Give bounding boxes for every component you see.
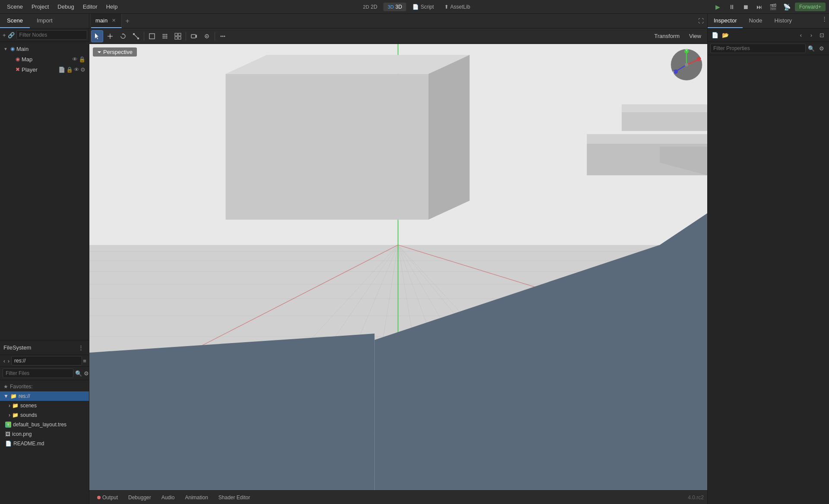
player-options-icon[interactable]: ⚙ xyxy=(80,66,85,73)
stop-button[interactable]: ⏹ xyxy=(740,2,752,12)
perspective-dropdown-icon xyxy=(97,50,101,54)
fs-filter-input[interactable] xyxy=(3,369,73,378)
inspector-object-button[interactable]: ⊡ xyxy=(817,30,826,40)
fs-item-scenes[interactable]: › 📁 scenes xyxy=(0,401,89,410)
pause-button[interactable]: ⏸ xyxy=(726,2,738,12)
fs-path-input[interactable] xyxy=(11,356,82,365)
inspector-toolbar: 📄 📂 ‹ › ⊡ xyxy=(708,28,829,42)
fs-back-button[interactable]: ‹ xyxy=(3,356,6,365)
svg-text:2D: 2D xyxy=(363,4,369,9)
remote-button[interactable]: 📡 xyxy=(781,2,793,12)
step-button[interactable]: ⏭ xyxy=(753,2,766,12)
add-node-button[interactable]: + xyxy=(3,30,6,40)
scene-import-tabs: Scene Import xyxy=(0,14,89,28)
tree-item-map[interactable]: ◉ Map 👁 🔒 xyxy=(0,54,89,64)
player-lock-icon[interactable]: 🔒 xyxy=(66,66,73,73)
filter-properties-search-icon[interactable]: 🔍 xyxy=(807,44,816,53)
main-node-label: Main xyxy=(16,46,85,52)
tab-scene[interactable]: Scene xyxy=(0,14,30,28)
bottom-tab-audio[interactable]: Audio xyxy=(157,493,179,502)
preview-icon xyxy=(203,33,210,40)
inspector-new-button[interactable]: 📄 xyxy=(710,30,720,40)
player-script-icon[interactable]: 📄 xyxy=(58,66,65,73)
script-button[interactable]: 📄 Script xyxy=(408,3,438,11)
transform-button[interactable]: Transform xyxy=(650,31,684,41)
more-options-button[interactable] xyxy=(217,30,229,42)
rotate-mode-button[interactable] xyxy=(117,30,129,42)
viewport-3d[interactable]: Perspective Y X Z xyxy=(89,44,707,490)
svg-point-14 xyxy=(165,34,166,35)
inspector-nav-forward[interactable]: › xyxy=(807,30,816,40)
view-button[interactable]: View xyxy=(685,31,706,41)
filter-nodes-input[interactable] xyxy=(16,30,87,40)
camera-override-button[interactable] xyxy=(188,30,200,42)
menu-scene[interactable]: Scene xyxy=(3,2,26,12)
svg-text:X: X xyxy=(700,57,703,61)
assetlib-button[interactable]: ⬆ AssetLib xyxy=(440,3,475,11)
menu-editor[interactable]: Editor xyxy=(79,2,101,12)
tree-item-main[interactable]: ▼ ◉ Main xyxy=(0,44,89,54)
mode-2d-button[interactable]: 2D 2D xyxy=(358,3,381,11)
svg-marker-63 xyxy=(587,134,707,144)
filter-properties-options[interactable]: ⚙ xyxy=(817,44,826,53)
link-node-button[interactable]: 🔗 xyxy=(8,30,15,40)
forward-plus-button[interactable]: Forward+ xyxy=(795,3,826,11)
grid-button[interactable] xyxy=(172,30,184,42)
bottom-tab-debugger[interactable]: Debugger xyxy=(124,493,155,502)
fs-item-res[interactable]: ▼ 📁 res:// xyxy=(0,391,89,401)
svg-rect-23 xyxy=(178,33,181,36)
perspective-label[interactable]: Perspective xyxy=(93,47,137,57)
bottom-tab-shader-editor[interactable]: Shader Editor xyxy=(214,493,254,502)
inspector-open-button[interactable]: 📂 xyxy=(721,30,730,40)
inspector-nav-back[interactable]: ‹ xyxy=(796,30,806,40)
filesystem-options-button[interactable]: ⋮ xyxy=(76,343,85,353)
fs-filter-search-icon[interactable]: 🔍 xyxy=(75,369,82,378)
menu-project[interactable]: Project xyxy=(28,2,52,12)
menu-help[interactable]: Help xyxy=(103,2,121,12)
fs-item-readme[interactable]: 📄 README.md xyxy=(0,439,89,448)
fs-folder-icon-scenes: 📁 xyxy=(12,403,19,409)
editor-expand-button[interactable]: ⛶ xyxy=(696,16,706,26)
tab-inspector[interactable]: Inspector xyxy=(708,14,743,28)
player-visibility-icon[interactable]: 👁 xyxy=(74,66,79,73)
svg-point-20 xyxy=(165,37,166,38)
scale-mode-button[interactable] xyxy=(130,30,142,42)
fs-forward-button[interactable]: › xyxy=(7,356,10,365)
menu-debug[interactable]: Debug xyxy=(54,2,77,12)
map-lock-icon[interactable]: 🔒 xyxy=(79,56,85,63)
bottom-tab-animation[interactable]: Animation xyxy=(180,493,212,502)
move-mode-button[interactable] xyxy=(104,30,116,42)
tab-import[interactable]: Import xyxy=(30,14,60,28)
filesystem-tree: ★ Favorites: ▼ 📁 res:// › 📁 scenes › 📁 s… xyxy=(0,380,89,504)
local-space-button[interactable] xyxy=(146,30,158,42)
fs-view-button[interactable]: ≡ xyxy=(83,356,86,365)
tab-node[interactable]: Node xyxy=(743,14,768,28)
main-layout: Scene Import + 🔗 🔍 ⋮ ▼ ◉ Main ◉ Map 👁 xyxy=(0,14,829,504)
editor-tab-close-main[interactable]: ✕ xyxy=(110,17,117,24)
cursor-icon xyxy=(94,33,101,40)
preview-button[interactable] xyxy=(201,30,213,42)
fs-item-default-bus[interactable]: T default_bus_layout.tres xyxy=(0,420,89,429)
map-visibility-icon[interactable]: 👁 xyxy=(72,56,78,63)
perspective-label-text: Perspective xyxy=(103,49,133,55)
filter-properties-input[interactable] xyxy=(710,44,806,53)
tree-item-player[interactable]: ✖ Player 📄 🔒 👁 ⚙ xyxy=(0,64,89,75)
bottom-tab-output[interactable]: Output xyxy=(93,493,122,502)
snap-button[interactable] xyxy=(159,30,171,42)
scale-icon xyxy=(133,33,139,40)
fs-filter-options-button[interactable]: ⚙ xyxy=(84,369,89,378)
fs-item-icon-png[interactable]: 🖼 icon.png xyxy=(0,429,89,439)
select-mode-button[interactable] xyxy=(91,30,103,42)
svg-point-19 xyxy=(163,37,164,38)
add-tab-button[interactable]: + xyxy=(122,16,133,27)
movie-button[interactable]: 🎬 xyxy=(767,2,779,12)
svg-point-30 xyxy=(221,35,222,37)
fs-item-sounds[interactable]: › 📁 sounds xyxy=(0,410,89,420)
play-button[interactable]: ▶ xyxy=(712,2,724,12)
mode-3d-button[interactable]: 3D 3D xyxy=(383,3,406,11)
inspector-options-button[interactable]: ⋮ xyxy=(820,14,829,23)
axis-gizmo[interactable]: Y X Z xyxy=(669,47,704,82)
editor-tab-main[interactable]: main ✕ xyxy=(91,14,122,28)
tab-history[interactable]: History xyxy=(769,14,798,28)
map-node-label: Map xyxy=(22,56,70,63)
